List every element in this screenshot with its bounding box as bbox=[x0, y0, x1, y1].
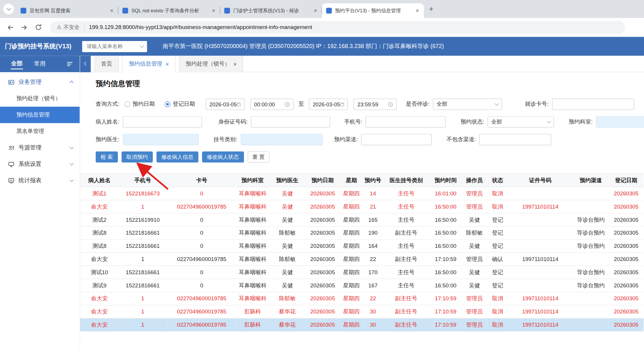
radio-appointment-date[interactable]: 预约日期 bbox=[124, 100, 155, 108]
table-cell: 取消 bbox=[487, 200, 508, 213]
column-header[interactable]: 星期 bbox=[339, 174, 364, 187]
edit-patient-info-button[interactable]: 修改病人信息 bbox=[156, 151, 198, 163]
table-row[interactable]: 俞大安10227049600019785耳鼻咽喉科吴健20260305星期四21… bbox=[80, 200, 643, 213]
security-chip[interactable]: ⚠ 不安全 bbox=[57, 24, 79, 31]
sidebar-group[interactable]: 系统设置 bbox=[0, 156, 80, 172]
search-button[interactable]: 检 索 bbox=[96, 151, 118, 163]
content-tab[interactable]: 预约处理（锁号）× bbox=[179, 56, 243, 72]
table-cell: 取消 bbox=[487, 318, 508, 331]
column-header[interactable]: 预约医生 bbox=[269, 174, 306, 187]
column-header[interactable]: 手机号 bbox=[119, 174, 167, 187]
column-header[interactable]: 预约渠道 bbox=[573, 174, 609, 187]
refresh-icon[interactable] bbox=[32, 21, 44, 33]
sidebar-group[interactable]: 业务管理 bbox=[0, 74, 80, 90]
browser-tab[interactable]: 门诊护士管理系统(V13) - 候诊× bbox=[220, 3, 322, 18]
stop-clinic-select[interactable]: 全部 bbox=[433, 98, 502, 110]
column-header[interactable]: 预约日期 bbox=[306, 174, 339, 187]
table-row[interactable]: 俞大安10227049600019785耳鼻咽喉科陈郁敏20260305星期四2… bbox=[80, 292, 643, 305]
chevron-down-icon[interactable] bbox=[140, 44, 144, 48]
column-header[interactable]: 医生挂号类别 bbox=[382, 174, 430, 187]
table-row[interactable]: 测试10152218166610耳鼻咽喉科吴健20260305星期四170主任号… bbox=[80, 266, 643, 279]
table-row[interactable]: 测试1152218166730耳鼻咽喉科吴健20260305星期四14主任号16… bbox=[80, 187, 643, 200]
sidebar-tab[interactable]: 全部 bbox=[11, 59, 23, 69]
reset-button[interactable]: 重 置 bbox=[248, 151, 270, 163]
content-tab[interactable]: 预约信息管理× bbox=[122, 56, 175, 72]
sidebar: 全部常用 业务管理预约处理（锁号）预约信息管理黑名单管理号源管理系统设置统计报表 bbox=[0, 56, 80, 348]
table-row[interactable]: 俞大安10227049600019785肛肠科蔡华花20260305星期四30副… bbox=[80, 318, 643, 331]
table-cell: 16:50:00 bbox=[430, 266, 461, 279]
column-header[interactable]: 预约时间 bbox=[430, 174, 461, 187]
sidebar-item[interactable]: 黑名单管理 bbox=[0, 123, 80, 139]
column-header[interactable]: 登记日期 bbox=[609, 174, 644, 187]
table-cell: 导诊台预约 bbox=[573, 279, 609, 292]
sidebar-tabbar-tabs: 全部常用 bbox=[0, 59, 46, 69]
reg-type-input[interactable] bbox=[240, 134, 323, 145]
exclude-channel-input[interactable] bbox=[479, 134, 551, 145]
time-from-input[interactable]: 00:00:00 bbox=[250, 98, 294, 110]
id-card-input[interactable] bbox=[251, 116, 330, 127]
table-cell: 取消 bbox=[487, 292, 508, 305]
column-header[interactable]: 病人姓名 bbox=[80, 174, 119, 187]
table-row[interactable]: 俞大安10227049600019785耳鼻咽喉科陈郁敏20260305星期四2… bbox=[80, 253, 643, 266]
appointment-status-select[interactable]: 全部 bbox=[487, 116, 554, 127]
sidebar-item[interactable]: 预约处理（锁号） bbox=[0, 90, 80, 107]
table-row[interactable]: 测试9152218166610耳鼻咽喉科吴健20260305星期四167主任号1… bbox=[80, 279, 643, 292]
tab-title: 门诊护士管理系统(V13) - 候诊 bbox=[233, 7, 309, 14]
table-row[interactable]: 俞大安10227049600019785肛肠科蔡华花20260305星期四30副… bbox=[80, 305, 643, 318]
forward-icon[interactable] bbox=[18, 21, 30, 33]
sidebar-tab[interactable]: 常用 bbox=[34, 59, 46, 69]
column-header[interactable]: 预约号 bbox=[363, 174, 382, 187]
time-to-value: 23:59:59 bbox=[357, 101, 378, 107]
menu-collapse-icon[interactable] bbox=[67, 61, 73, 67]
tab-close-icon[interactable]: × bbox=[233, 61, 237, 67]
sidebar-group[interactable]: 统计报表 bbox=[0, 172, 80, 189]
table-cell: 15221816661 bbox=[119, 239, 167, 253]
tab-close-icon[interactable]: × bbox=[210, 7, 217, 14]
sidebar-collapse-button[interactable] bbox=[80, 56, 91, 72]
back-icon[interactable] bbox=[4, 21, 16, 33]
appointments-table: 病人姓名手机号卡号预约科室预约医生预约日期星期预约号医生挂号类别预约时间操作员状… bbox=[80, 174, 644, 332]
column-header[interactable]: 预约科室 bbox=[237, 174, 269, 187]
channel-input[interactable] bbox=[361, 134, 432, 145]
sidebar-group[interactable]: 号源管理 bbox=[0, 139, 80, 156]
table-cell: 20260305 bbox=[609, 239, 644, 253]
table-row[interactable]: 测试8152218166610耳鼻咽喉科吴健20260305星期四164主任号1… bbox=[80, 239, 643, 253]
sidebar-item[interactable]: 预约信息管理 bbox=[0, 107, 80, 123]
browser-tab[interactable]: 预约平台(V13) - 预约信息管理× bbox=[322, 3, 424, 18]
patient-name-input[interactable] bbox=[123, 116, 202, 127]
tab-close-icon[interactable]: × bbox=[414, 7, 421, 14]
date-to-input[interactable]: 2026-03-05 bbox=[309, 98, 348, 110]
tab-close-icon[interactable]: × bbox=[165, 61, 169, 67]
table-cell: 蔡华花 bbox=[269, 305, 306, 318]
tab-search-button[interactable] bbox=[3, 4, 14, 14]
table-row[interactable]: 测试2152216199100耳鼻咽喉科吴健20260305星期四165主任号1… bbox=[80, 213, 643, 226]
table-cell: 耳鼻咽喉科 bbox=[237, 253, 269, 266]
browser-tabs: 豆包官网 百度搜索×SQL not exists 子查询条件分析×门诊护士管理系… bbox=[16, 3, 424, 18]
table-cell: 0227049600019785 bbox=[167, 318, 237, 331]
visit-card-input[interactable] bbox=[552, 98, 634, 110]
table-row[interactable]: 测试8152218166610耳鼻咽喉科陈郁敏20260305星期四190副主任… bbox=[80, 226, 643, 240]
menu-search-box[interactable] bbox=[82, 41, 147, 52]
edit-patient-status-button[interactable]: 修改病人状态 bbox=[202, 151, 244, 163]
column-header[interactable]: 状态 bbox=[487, 174, 508, 187]
appointment-doctor-input[interactable] bbox=[123, 134, 199, 145]
column-header[interactable]: 卡号 bbox=[167, 174, 237, 187]
menu-search-input[interactable] bbox=[86, 43, 140, 50]
table-cell: 吴健 bbox=[269, 200, 306, 213]
time-to-input[interactable]: 23:59:59 bbox=[354, 98, 397, 110]
cancel-appointment-button[interactable]: 取消预约 bbox=[121, 151, 152, 163]
radio-register-date[interactable]: 登记日期 bbox=[165, 100, 195, 108]
column-header[interactable]: 证件号码 bbox=[508, 174, 573, 187]
date-from-input[interactable]: 2026-03-05 bbox=[206, 98, 245, 110]
omnibox[interactable]: ⚠ 不安全 199.9.129.28:8000/his-yypt13/app/#… bbox=[50, 21, 625, 34]
appointment-dept-input[interactable] bbox=[596, 116, 644, 127]
browser-tab[interactable]: 豆包官网 百度搜索× bbox=[16, 3, 118, 18]
new-tab-button[interactable]: + bbox=[426, 3, 437, 15]
phone-input[interactable] bbox=[366, 116, 446, 127]
tab-close-icon[interactable]: × bbox=[109, 7, 115, 14]
column-header[interactable]: 操作员 bbox=[461, 174, 488, 187]
table-cell: 导诊台预约 bbox=[573, 226, 609, 240]
tab-close-icon[interactable]: × bbox=[312, 7, 318, 14]
content-tab[interactable]: 首页 bbox=[94, 56, 119, 72]
browser-tab[interactable]: SQL not exists 子查询条件分析× bbox=[118, 3, 220, 18]
